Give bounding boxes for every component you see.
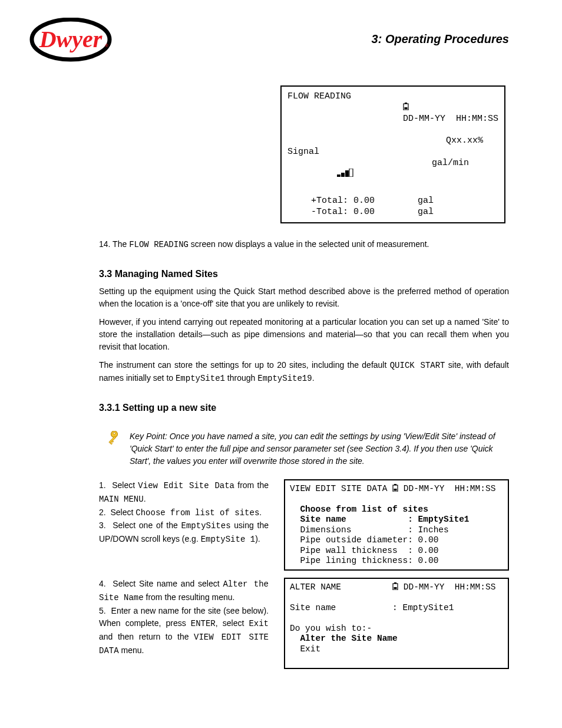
- flow-signal: Signal: [287, 147, 319, 158]
- svg-text:®: ®: [105, 43, 108, 48]
- alter-name-display: ALTER NAME DD-MM-YY HH:MM:SS Site name :…: [284, 578, 509, 669]
- key-point: Key Point: Once you have named a site, y…: [130, 430, 509, 467]
- ptotal-unit: gal: [418, 196, 498, 207]
- flow-timestamp: DD-MM-YY HH:MM:SS: [403, 114, 498, 124]
- signal-bars-icon: [337, 169, 357, 177]
- para-managing-2: However, if you intend carrying out repe…: [99, 316, 509, 353]
- battery-icon: [392, 582, 398, 590]
- section-title: 3: Operating Procedures: [372, 32, 509, 46]
- svg-text:Dwyer: Dwyer: [39, 26, 103, 52]
- svg-rect-5: [404, 107, 407, 110]
- battery-icon: [392, 484, 398, 492]
- steps-1-3: 1. Select View Edit Site Data from the M…: [99, 479, 272, 571]
- flow-unit: gal/min: [432, 158, 498, 192]
- para-managing-1: Setting up the equipment using the Quick…: [99, 285, 509, 310]
- key-icon: [106, 431, 123, 447]
- para-managing-3: The instrument can store the settings fo…: [99, 359, 509, 385]
- svg-rect-8: [345, 170, 349, 177]
- battery-icon: [403, 103, 409, 110]
- svg-rect-7: [341, 173, 345, 177]
- steps-4-5: 4. Select Site name and select Alter the…: [99, 578, 272, 669]
- flow-title: FLOW READING: [287, 91, 351, 136]
- svg-rect-17: [394, 489, 397, 491]
- subhead-managing-sites: 3.3 Managing Named Sites: [99, 269, 509, 279]
- ntotal: -Total: 0.00: [287, 207, 375, 218]
- dwyer-logo: Dwyer ®: [29, 18, 112, 62]
- subhead-new-site: 3.3.1 Setting up a new site: [99, 403, 509, 413]
- ptotal: +Total: 0.00: [287, 196, 375, 207]
- svg-rect-6: [337, 174, 340, 177]
- svg-rect-20: [394, 587, 397, 589]
- svg-rect-9: [349, 169, 353, 177]
- flow-q: Qxx.xx%: [446, 136, 498, 147]
- flow-reading-display: FLOW READING DD-MM-YY HH:MM:SS Qxx.xx% S…: [280, 85, 505, 223]
- view-edit-display: VIEW EDIT SITE DATA DD-MM-YY HH:MM:SS Ch…: [284, 479, 509, 571]
- step14: 14. The FLOW READING screen now displays…: [99, 238, 509, 251]
- ntotal-unit: gal: [418, 207, 498, 218]
